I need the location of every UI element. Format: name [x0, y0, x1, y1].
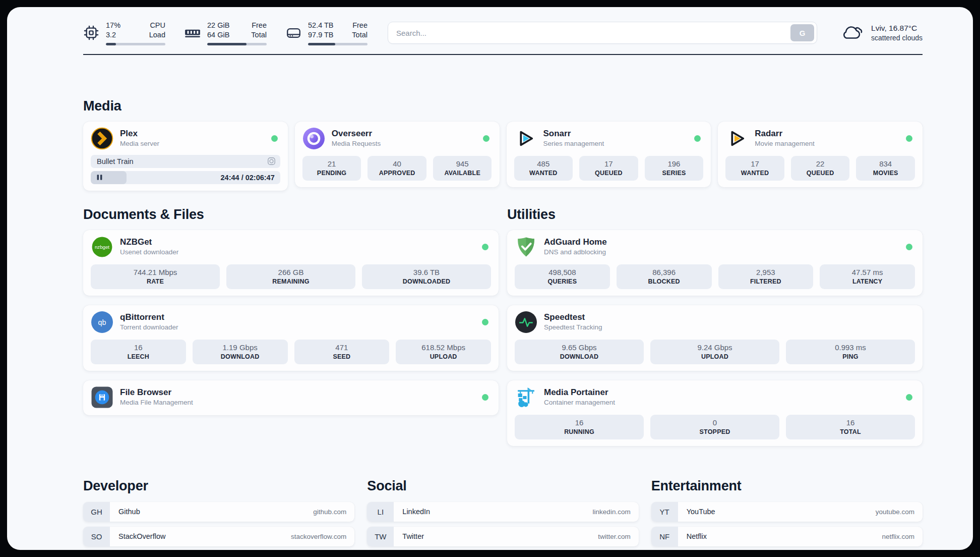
stat-download: 1.19 Gbps DOWNLOAD	[193, 340, 288, 364]
bookmark-github[interactable]: GH Github github.com	[83, 502, 354, 522]
svg-text:qb: qb	[98, 318, 106, 326]
stat-stopped: 0 STOPPED	[650, 415, 779, 439]
app-card-qbittorrent[interactable]: qb qBittorrent Torrent downloader 16 LEE…	[83, 305, 499, 371]
stat-value: 39.6 TB	[364, 268, 489, 276]
bookmark-abbr: LI	[367, 502, 394, 522]
app-card-nzbget[interactable]: nzbget NZBGet Usenet downloader 744.21 M…	[83, 230, 499, 296]
weather-condition: scattered clouds	[871, 34, 923, 42]
app-card-speedtest[interactable]: Speedtest Speedtest Tracking 9.65 Gbps D…	[507, 305, 923, 371]
bookmark-url: stackoverflow.com	[291, 533, 354, 540]
stat-approved: 40 APPROVED	[368, 156, 426, 181]
stat-label: SEED	[296, 353, 388, 360]
plex-icon	[91, 127, 113, 150]
app-card-filebrowser[interactable]: File Browser Media File Management	[83, 380, 499, 415]
stat-label: DOWNLOAD	[517, 353, 642, 360]
stat-value: 9.65 Gbps	[517, 343, 642, 352]
app-title: Speedtest	[544, 312, 602, 323]
stat-queued: 22 QUEUED	[791, 156, 850, 181]
stat-value: 1.19 Gbps	[195, 343, 286, 352]
bookmark-url: twitter.com	[598, 533, 639, 540]
stat-label: UPLOAD	[398, 353, 489, 360]
cpu-icon	[83, 25, 99, 41]
stat-value: 945	[435, 159, 490, 168]
stat-total: 16 TOTAL	[786, 415, 915, 439]
status-online-dot	[482, 319, 488, 325]
bookmark-netflix[interactable]: NF Netflix netflix.com	[651, 527, 923, 546]
stat-downloaded: 39.6 TB DOWNLOADED	[362, 264, 491, 289]
stat-value: 22	[793, 159, 848, 168]
stat-label: MOVIES	[858, 170, 913, 177]
bookmark-youtube[interactable]: YT YouTube youtube.com	[651, 502, 923, 522]
stat-available: 945 AVAILABLE	[433, 156, 492, 181]
bookmark-name: Netflix	[678, 532, 707, 540]
stat-movies: 834 MOVIES	[856, 156, 915, 181]
app-card-sonarr[interactable]: Sonarr Series management 485 WANTED 17 Q…	[507, 122, 711, 187]
stat-value: 17	[727, 159, 782, 168]
bookmark-linkedin[interactable]: LI LinkedIn linkedin.com	[367, 502, 638, 522]
cpu-progressbar	[106, 43, 165, 45]
stat-value: 40	[370, 159, 424, 168]
status-online-dot	[906, 394, 912, 401]
cloud-icon	[840, 23, 864, 42]
radarr-icon	[725, 127, 748, 150]
stat-value: 16	[517, 418, 642, 427]
stat-label: BLOCKED	[619, 278, 710, 285]
stat-value: 21	[304, 159, 359, 168]
bookmark-stackoverflow[interactable]: SO StackOverflow stackoverflow.com	[83, 527, 354, 546]
bookmark-abbr: NF	[651, 527, 678, 546]
app-card-radarr[interactable]: Radarr Movie management 17 WANTED 22 QUE…	[718, 122, 923, 187]
memory-values: 22 GiB64 GiB	[207, 21, 229, 40]
app-card-portainer[interactable]: Media Portainer Container management 16 …	[507, 380, 923, 446]
stat-label: WANTED	[516, 170, 571, 177]
stat-upload: 618.52 Mbps UPLOAD	[396, 340, 491, 364]
stat-label: PENDING	[304, 170, 359, 177]
stat-label: DOWNLOAD	[195, 353, 286, 360]
stat-label: TOTAL	[788, 428, 913, 435]
bookmark-twitter[interactable]: TW Twitter twitter.com	[367, 527, 638, 546]
gear-icon[interactable]	[267, 156, 276, 166]
media-cards-row: Plex Media server Bullet Train 24:44 / 0…	[83, 122, 923, 191]
app-title: NZBGet	[120, 237, 178, 248]
bookmark-abbr: YT	[651, 502, 678, 522]
app-card-adguard[interactable]: AdGuard Home DNS and adblocking 498,508 …	[507, 230, 923, 296]
pause-icon	[96, 174, 103, 181]
adguard-icon	[515, 236, 537, 258]
stat-ping: 0.993 ms PING	[786, 340, 915, 364]
bookmark-name: StackOverflow	[110, 532, 165, 540]
bookmark-name: LinkedIn	[394, 508, 430, 516]
section-title-social: Social	[367, 478, 638, 494]
now-playing-row: Bullet Train	[91, 155, 280, 168]
stat-value: 498,508	[517, 268, 608, 276]
app-subtitle: Media server	[120, 139, 159, 148]
stat-value: 266 GB	[228, 268, 353, 276]
overseerr-icon	[302, 127, 325, 150]
stat-download: 9.65 Gbps DOWNLOAD	[515, 340, 644, 364]
app-subtitle: Series management	[543, 139, 604, 148]
stat-label: FILTERED	[720, 278, 812, 285]
app-card-overseerr[interactable]: Overseerr Media Requests 21 PENDING 40 A…	[295, 122, 500, 187]
now-playing-time: 24:44 / 02:06:47	[221, 174, 280, 182]
section-title-media: Media	[83, 98, 923, 114]
stat-label: SERIES	[647, 170, 702, 177]
ram-icon	[185, 28, 201, 38]
search-engine-button[interactable]: G	[790, 24, 814, 41]
stat-value: 618.52 Mbps	[398, 343, 489, 352]
stat-blocked: 86,396 BLOCKED	[617, 264, 712, 289]
stat-value: 196	[647, 159, 702, 168]
stat-series: 196 SERIES	[645, 156, 704, 181]
portainer-icon	[515, 386, 537, 409]
stat-label: LEECH	[93, 353, 184, 360]
app-title: Overseerr	[332, 128, 381, 139]
app-subtitle: Media File Management	[120, 398, 193, 407]
status-online-dot	[906, 244, 912, 250]
disk-progressbar	[308, 43, 368, 45]
section-title-developer: Developer	[83, 478, 354, 494]
stat-label: RATE	[93, 278, 218, 285]
system-stats: 17%3.2 CPULoad 22 GiB64 GiB FreeTotal	[83, 21, 368, 45]
app-card-plex[interactable]: Plex Media server Bullet Train 24:44 / 0…	[83, 122, 288, 191]
svg-text:nzbget: nzbget	[95, 244, 109, 250]
search-input[interactable]	[396, 29, 790, 37]
header-divider	[83, 54, 923, 55]
stat-value: 16	[93, 343, 184, 352]
search-bar[interactable]: G	[388, 22, 817, 44]
